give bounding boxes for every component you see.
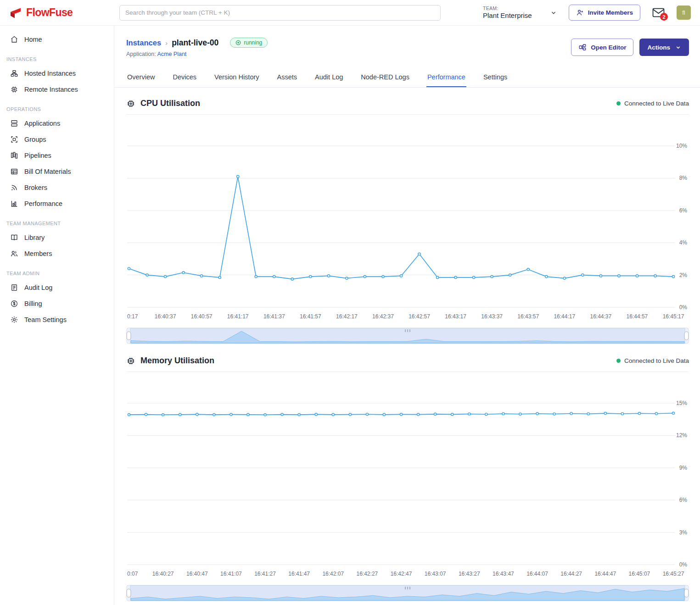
svg-text:9%: 9% [679, 465, 688, 471]
team-selector[interactable]: TEAM: Plant Enterprise [483, 6, 557, 20]
tab-version-history[interactable]: Version History [213, 68, 260, 87]
open-editor-button[interactable]: Open Editor [571, 39, 633, 56]
svg-text:16:44:47: 16:44:47 [594, 571, 616, 577]
sidebar-item-label: Home [24, 36, 42, 43]
svg-text:0:17: 0:17 [127, 313, 138, 320]
sidebar-item-team-settings[interactable]: Team Settings [0, 311, 114, 327]
sidebar-item-pipelines[interactable]: Pipelines [0, 147, 114, 163]
tab-devices[interactable]: Devices [172, 68, 197, 87]
audit-log-icon [10, 283, 18, 292]
search-input[interactable] [119, 5, 441, 21]
svg-text:16:43:37: 16:43:37 [481, 313, 503, 320]
svg-text:16:42:47: 16:42:47 [391, 571, 412, 577]
tab-assets[interactable]: Assets [276, 68, 298, 87]
sidebar-item-library[interactable]: Library [0, 229, 114, 245]
tab-settings[interactable]: Settings [482, 68, 508, 87]
svg-text:16:42:27: 16:42:27 [357, 571, 378, 577]
home-icon [10, 35, 18, 44]
memory-utilisation-section: Memory Utilisation Connected to Live Dat… [114, 356, 700, 602]
sidebar-item-remote-instances[interactable]: Remote Instances [0, 81, 114, 97]
memory-chip-icon [126, 356, 135, 366]
svg-text:15%: 15% [676, 400, 687, 406]
tab-node-red-logs[interactable]: Node-RED Logs [360, 68, 410, 87]
svg-text:0%: 0% [679, 304, 688, 311]
invite-members-button[interactable]: Invite Members [569, 5, 640, 21]
svg-text:16:42:07: 16:42:07 [322, 571, 344, 577]
actions-button[interactable]: Actions [639, 39, 689, 56]
flowfuse-logo[interactable]: FlowFuse [9, 6, 119, 19]
svg-text:16:41:57: 16:41:57 [300, 313, 321, 320]
svg-text:16:43:07: 16:43:07 [425, 571, 446, 577]
actions-label: Actions [647, 44, 670, 51]
svg-text:16:45:07: 16:45:07 [629, 571, 650, 577]
svg-text:16:43:57: 16:43:57 [517, 313, 539, 320]
memory-chart-title: Memory Utilisation [140, 356, 214, 366]
brokers-icon [10, 183, 18, 192]
tab-performance[interactable]: Performance [426, 68, 466, 87]
sidebar-section-team-management: TEAM MANAGEMENT [0, 211, 114, 229]
sidebar-item-bill-of-materials[interactable]: Bill Of Materials [0, 163, 114, 179]
groups-icon [10, 135, 18, 144]
notifications-button[interactable]: 2 [652, 8, 665, 17]
breadcrumb-separator: › [165, 39, 168, 47]
svg-text:16:40:47: 16:40:47 [186, 571, 208, 577]
svg-text:16:44:27: 16:44:27 [560, 571, 582, 577]
sidebar-item-applications[interactable]: Applications [0, 115, 114, 131]
nav-right-handle[interactable] [684, 332, 689, 340]
nav-left-handle[interactable] [127, 589, 131, 597]
sidebar-item-billing[interactable]: Billing [0, 295, 114, 311]
topbar: FlowFuse TEAM: Plant Enterprise Invite M… [0, 0, 700, 26]
sidebar-item-audit-log[interactable]: Audit Log [0, 279, 114, 295]
library-icon [10, 233, 18, 242]
sidebar-item-label: Performance [24, 200, 62, 207]
nav-left-handle[interactable] [127, 332, 131, 340]
main-content: Instances › plant-live-00 running Applic… [114, 26, 700, 605]
sidebar-item-performance[interactable]: Performance [0, 195, 114, 211]
svg-text:16:41:37: 16:41:37 [263, 313, 285, 320]
tab-audit-log[interactable]: Audit Log [314, 68, 344, 87]
svg-text:16:45:17: 16:45:17 [663, 313, 684, 320]
sidebar-item-groups[interactable]: Groups [0, 131, 114, 147]
avatar[interactable]: fl [677, 6, 691, 20]
cpu-chart-header: CPU Utilisation Connected to Live Data [126, 99, 689, 115]
cpu-chip-icon [126, 99, 135, 108]
sidebar-item-label: Members [24, 250, 52, 257]
svg-text:16:44:57: 16:44:57 [627, 313, 648, 320]
svg-text:16:41:17: 16:41:17 [227, 313, 249, 320]
flowfuse-logo-icon [9, 7, 22, 19]
application-label: Application: [126, 51, 156, 57]
sidebar-section-team-admin: TEAM ADMIN [0, 261, 114, 279]
cpu-utilisation-chart: 0%2%4%6%8%10%0:1716:40:3716:40:5716:41:1… [126, 116, 689, 323]
header-actions: Open Editor Actions [571, 39, 689, 56]
sidebar-item-hosted-instances[interactable]: Hosted Instances [0, 65, 114, 81]
sidebar-item-label: Groups [24, 136, 46, 143]
sidebar-item-label: Applications [24, 120, 60, 127]
svg-text:16:40:37: 16:40:37 [155, 313, 176, 320]
chevron-down-icon [675, 44, 681, 50]
sidebar-item-brokers[interactable]: Brokers [0, 179, 114, 195]
sidebar-item-home[interactable]: Home [0, 31, 114, 47]
status-badge: running [230, 38, 268, 48]
svg-text:10%: 10% [676, 143, 687, 149]
sidebar-item-members[interactable]: Members [0, 245, 114, 261]
svg-text:2%: 2% [679, 272, 688, 278]
breadcrumb-instances-link[interactable]: Instances [126, 39, 161, 47]
live-status-dot [616, 359, 621, 363]
notification-badge: 2 [660, 13, 668, 21]
nav-right-handle[interactable] [684, 589, 689, 597]
tab-overview[interactable]: Overview [126, 68, 156, 87]
applications-icon [10, 119, 18, 128]
svg-text:16:41:47: 16:41:47 [288, 571, 310, 577]
performance-icon [10, 200, 18, 208]
cpu-chart-range-slider[interactable] [126, 327, 689, 344]
svg-text:16:44:07: 16:44:07 [526, 571, 548, 577]
sidebar-item-label: Pipelines [24, 152, 51, 159]
svg-text:16:42:37: 16:42:37 [372, 313, 394, 320]
live-status-label: Connected to Live Data [624, 357, 689, 364]
svg-text:16:43:47: 16:43:47 [493, 571, 514, 577]
application-link[interactable]: Acme Plant [157, 51, 186, 57]
memory-chart-range-slider[interactable] [126, 585, 689, 601]
pipelines-icon [10, 151, 18, 160]
sidebar-item-label: Audit Log [24, 284, 52, 291]
user-plus-icon [576, 9, 584, 17]
